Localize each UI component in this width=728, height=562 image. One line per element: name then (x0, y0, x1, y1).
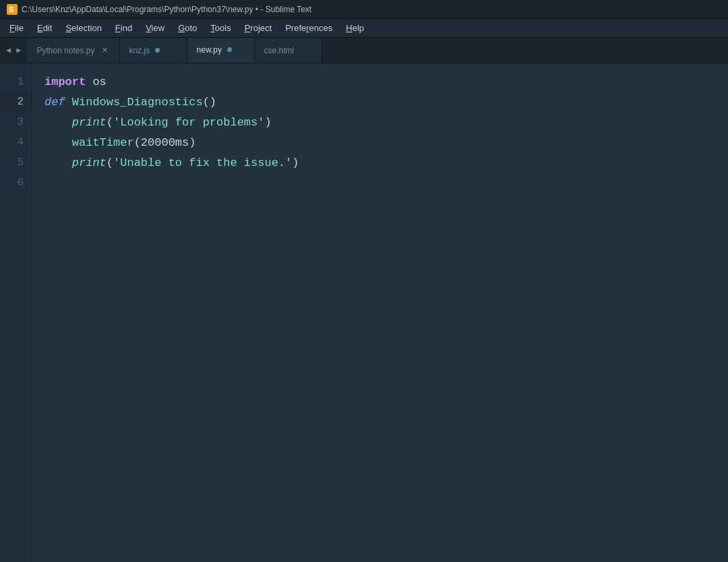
token-string-2: 'Unable to fix the issue.' (113, 157, 292, 169)
code-line-3: print('Looking for problems') (44, 112, 728, 132)
title-bar: S C:\Users\Knz\AppData\Local\Programs\Py… (0, 0, 728, 19)
line-num-2: 2 (0, 92, 32, 112)
token-def: def (44, 96, 65, 109)
sublime-icon: S (7, 4, 18, 15)
tab-python-notes-close[interactable]: ✕ (100, 46, 110, 55)
tab-csehtml-label: cse.html (264, 46, 295, 55)
tab-newpy-label: new.py (197, 45, 222, 55)
token-timer-value: 20000ms (141, 136, 189, 149)
menu-project[interactable]: Project (238, 20, 278, 36)
code-line-2: def Windows_Diagnostics() (44, 92, 728, 112)
menu-help[interactable]: Help (339, 20, 371, 36)
tab-next-arrow[interactable]: ▶ (14, 44, 23, 57)
tab-knzjs-label: knz.js (129, 46, 150, 55)
menu-edit[interactable]: Edit (30, 20, 59, 36)
code-line-1: import os (44, 72, 728, 92)
code-line-5: print('Unable to fix the issue.') (44, 152, 728, 173)
line-num-3: 3 (0, 112, 32, 132)
code-line-6 (44, 173, 728, 193)
svg-text:S: S (9, 5, 13, 13)
tab-nav: ◀ ▶ (0, 38, 27, 63)
tab-newpy-modified-dot (227, 47, 232, 52)
token-print-2: print (72, 157, 107, 169)
token-waittimer: waitTimer (72, 136, 134, 149)
tab-prev-arrow[interactable]: ◀ (4, 44, 13, 57)
token-string-1: 'Looking for problems' (113, 116, 264, 129)
line-num-1: 1 (0, 72, 32, 92)
token-parens: () (203, 96, 216, 109)
line-numbers: 1 2 3 4 5 6 (0, 63, 32, 562)
menu-file[interactable]: File (3, 20, 30, 36)
tab-newpy[interactable]: new.py (187, 38, 255, 63)
token-print-1: print (72, 116, 107, 129)
tab-python-notes-label: Python notes.py (36, 46, 94, 55)
line-num-6: 6 (0, 173, 32, 193)
tab-csehtml[interactable]: cse.html (255, 38, 322, 63)
tab-knzjs[interactable]: knz.js (120, 38, 187, 63)
menu-view[interactable]: View (139, 20, 171, 36)
line-num-5: 5 (0, 152, 32, 173)
tab-python-notes[interactable]: Python notes.py ✕ (27, 38, 119, 63)
code-line-4: waitTimer(20000ms) (44, 132, 728, 152)
menu-tools[interactable]: Tools (204, 20, 237, 36)
token-fn-name: Windows_Diagnostics (72, 96, 203, 109)
menu-selection[interactable]: Selection (59, 20, 108, 36)
line-num-4: 4 (0, 132, 32, 152)
tab-knzjs-modified-dot (155, 48, 160, 53)
code-area[interactable]: import os def Windows_Diagnostics() prin… (32, 63, 728, 562)
menu-find[interactable]: Find (109, 20, 139, 36)
menu-goto[interactable]: Goto (171, 20, 204, 36)
token-import: import (44, 76, 86, 88)
editor: 1 2 3 4 5 6 import os def Windows_Diagno… (0, 63, 728, 562)
token-os: os (92, 76, 106, 88)
menu-preferences[interactable]: Preferences (278, 20, 339, 36)
tab-bar: ◀ ▶ Python notes.py ✕ knz.js new.py cse.… (0, 38, 728, 63)
window-title: C:\Users\Knz\AppData\Local\Programs\Pyth… (22, 5, 311, 14)
menu-bar: File Edit Selection Find View Goto Tools… (0, 19, 728, 38)
